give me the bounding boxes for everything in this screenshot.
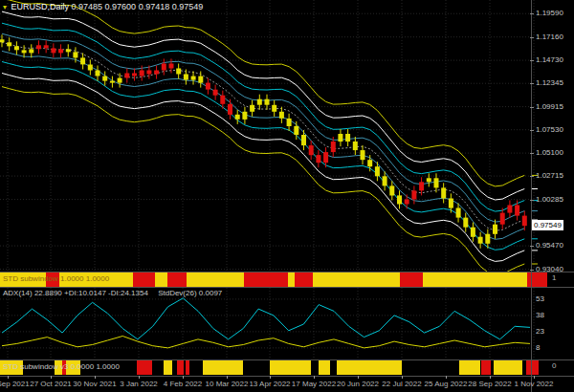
strip1-scale-label: 1: [552, 273, 556, 282]
chart-title: ▾ EURUSD,Daily 0.97485 0.97600 0.97418 0…: [3, 2, 203, 11]
strip-yellow-segment: [270, 360, 311, 375]
strip-yellow-segment: [494, 360, 522, 375]
current-price-badge: 0.97549: [532, 220, 563, 230]
date-axis[interactable]: 23 Sep 202127 Oct 202130 Nov 20213 Jan 2…: [0, 377, 574, 392]
price-axis-label: 1.09915: [536, 103, 563, 111]
date-label: 10 Mar 2022: [206, 380, 249, 388]
price-axis-tick: [530, 60, 534, 61]
stddev-values-label: StdDev(26) 0.0097: [158, 289, 222, 297]
strip-yellow-segment: [459, 360, 480, 375]
price-axis-tick: [530, 130, 534, 131]
strip-red-segment: [295, 272, 313, 287]
date-label: 28 Sep 2022: [468, 380, 511, 388]
date-axis-tick: [534, 376, 535, 379]
price-axis-tick: [530, 13, 534, 14]
price-axis-label: 0.93040: [536, 266, 563, 273]
adx-scale-label: 8: [536, 344, 540, 352]
adx-scale-label: 23: [536, 328, 544, 336]
strip-red-segment: [481, 360, 491, 375]
strip-red-segment: [186, 360, 189, 375]
date-label: 3 Jan 2022: [120, 380, 158, 388]
date-axis-tick: [51, 376, 52, 379]
price-axis-label: 1.19590: [536, 10, 563, 17]
price-axis-tick: [530, 246, 534, 247]
strip2-scale-label: 0: [552, 361, 556, 370]
strip-yellow-segment: [164, 360, 172, 375]
date-label: 25 Aug 2022: [425, 380, 468, 388]
date-axis-tick: [358, 376, 359, 379]
price-axis-label: 1.05100: [536, 149, 563, 157]
symbol-period-label: EURUSD,Daily: [11, 2, 70, 11]
date-axis-tick: [314, 376, 315, 379]
strip-yellow-segment: [337, 360, 402, 375]
strip1-label: STD subwindow 1.0000 1.0000: [3, 274, 109, 283]
price-axis-label: 0.95470: [536, 242, 563, 250]
price-axis-label: 1.12345: [536, 79, 563, 87]
date-label: 13 Apr 2022: [249, 380, 290, 388]
price-chart-canvas[interactable]: [0, 0, 574, 272]
strip-red-segment: [133, 272, 155, 287]
chart-symbol-icon: ▾: [3, 3, 7, 11]
strip-red-segment: [526, 360, 539, 375]
date-label: 30 Nov 2021: [73, 380, 116, 388]
date-axis-tick: [446, 376, 447, 379]
date-axis-tick: [183, 376, 184, 379]
adx-scale-label: 53: [536, 295, 544, 303]
panel-separator[interactable]: [0, 272, 574, 272]
date-axis-tick: [139, 376, 140, 379]
strip-red-segment: [167, 272, 187, 287]
price-axis-tick: [530, 270, 534, 271]
strip-yellow-segment: [203, 360, 243, 375]
strip-red-segment: [244, 272, 288, 287]
adx-label-row: ADX(14) 22.8890 +DI:10.0147 -DI:24.1354 …: [3, 289, 230, 297]
date-label: 27 Oct 2021: [30, 380, 72, 388]
date-axis-tick: [402, 376, 403, 379]
price-axis-tick: [530, 153, 534, 154]
price-axis-tick: [530, 37, 534, 38]
price-axis-tick: [530, 83, 534, 84]
date-label: 20 Jun 2022: [337, 380, 379, 388]
date-axis-tick: [270, 376, 271, 379]
date-label: 23 Sep 2021: [0, 380, 30, 388]
price-axis-label: 1.17160: [536, 33, 563, 41]
date-label: 1 Nov 2022: [515, 380, 554, 388]
date-label: 4 Feb 2022: [164, 380, 202, 388]
strip-yellow-segment: [319, 360, 330, 375]
price-axis-label: 1.07530: [536, 126, 563, 134]
ohlc-readout: 0.97485 0.97600 0.97418 0.97549: [72, 2, 204, 11]
strip-red-segment: [400, 272, 423, 287]
date-axis-tick: [8, 376, 9, 379]
adx-scale-label: 38: [536, 312, 544, 319]
strip2-label: STD subwindow v3 0.0000 1.0000: [3, 362, 120, 371]
mt4-chart-window: ▾ EURUSD,Daily 0.97485 0.97600 0.97418 0…: [0, 0, 574, 392]
strip-red-segment: [177, 360, 184, 375]
adx-values-label: ADX(14) 22.8890 +DI:10.0147 -DI:24.1354: [3, 289, 148, 297]
panel-separator[interactable]: [0, 359, 574, 360]
price-axis-label: 1.02715: [536, 172, 563, 180]
price-axis-tick: [530, 176, 534, 177]
date-label: 17 May 2022: [292, 380, 336, 388]
date-axis-tick: [95, 376, 96, 379]
panel-separator[interactable]: [0, 287, 574, 288]
axis-border: [531, 0, 532, 392]
adx-indicator-panel[interactable]: [0, 288, 574, 359]
date-axis-tick: [227, 376, 228, 379]
price-axis-label: 1.14730: [536, 56, 563, 64]
strip-red-segment: [137, 360, 152, 375]
price-axis-tick: [530, 107, 534, 108]
date-label: 22 Jul 2022: [382, 380, 421, 388]
price-axis-label: 1.00285: [536, 196, 563, 204]
price-axis-tick: [530, 200, 534, 201]
date-axis-tick: [490, 376, 491, 379]
